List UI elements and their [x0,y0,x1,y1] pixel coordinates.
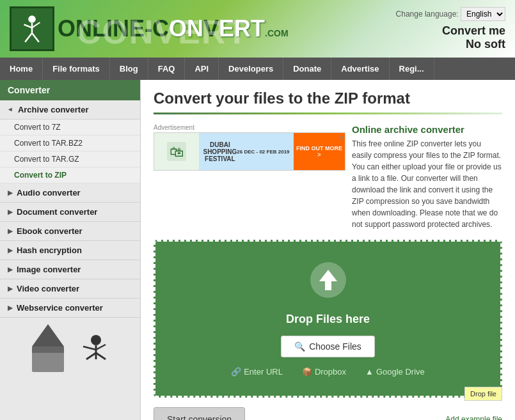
ad-area: Advertisement 🛍 DUBAISHOPPINGFESTIVAL 26… [154,124,502,230]
sidebar: Converter ▼ Archive converter Convert to… [0,80,141,420]
dropbox-link[interactable]: 📦 Dropbox [302,367,346,377]
svg-line-4 [24,24,33,27]
converter-description: This free online ZIP converter lets you … [352,138,502,230]
svg-line-3 [32,33,39,42]
svg-line-2 [25,33,32,42]
svg-marker-8 [32,324,64,346]
page-title: Convert your files to the ZIP format [154,89,502,107]
sidebar-hash-label: Hash encryption [17,245,82,255]
sidebar-section-header-webservice[interactable]: ▶ Webservice converter [0,299,140,318]
main-content: Convert your files to the ZIP format Adv… [141,80,515,420]
svg-text:🛍: 🛍 [170,144,184,160]
nav-blog[interactable]: Blog [110,58,148,80]
svg-rect-6 [32,350,64,372]
arrow-icon-webservice: ▶ [8,304,13,311]
drop-file-tooltip: Drop file [464,387,502,401]
sidebar-image-label: Image converter [17,265,81,274]
svg-line-13 [83,346,96,350]
sidebar-ebook-label: Ebook converter [17,226,83,236]
language-select[interactable]: English [461,7,505,21]
arrow-icon: ▼ [7,107,14,113]
description-area: Online archive converter This free onlin… [352,124,502,230]
drop-zone-wrapper: Drop Files here 🔍 Choose Files 🔗 Enter U… [154,240,502,398]
svg-point-0 [28,15,36,23]
sidebar-item-zip[interactable]: Convert to ZIP [0,167,140,183]
sidebar-section-header-archive[interactable]: ▼ Archive converter [0,100,140,120]
main-layout: Converter ▼ Archive converter Convert to… [0,80,515,420]
ad-label: Advertisement [154,124,345,131]
nav-file-formats[interactable]: File formats [43,58,110,80]
dropbox-icon: 📦 [302,367,312,377]
nav-faq[interactable]: FAQ [148,58,186,80]
arrow-icon-audio: ▶ [8,189,13,196]
ad-close-icon[interactable]: ✕ [338,134,344,141]
drop-links: 🔗 Enter URL 📦 Dropbox ▲ Google Drive [168,367,487,377]
logo-icon [10,6,54,51]
logo-area: ONLINE-C ON V ERT .COM [10,6,289,51]
google-drive-icon: ▲ [365,367,374,377]
tagline: Convert me No soft [396,24,505,51]
ad-mid: DUBAISHOPPINGFESTIVAL 26 DEC - 02 FEB 20… [199,133,294,170]
svg-line-5 [32,22,40,27]
nav-home[interactable]: Home [0,58,43,80]
arrow-icon-image: ▶ [8,266,13,273]
arrow-icon-video: ▶ [8,285,13,292]
ad-banner: 🛍 DUBAISHOPPINGFESTIVAL 26 DEC - 02 FEB … [154,132,345,171]
drop-text: Drop Files here [168,313,487,326]
upload-icon [168,261,487,306]
sidebar-section-header-audio[interactable]: ▶ Audio converter [0,183,140,203]
sidebar-section-header-hash[interactable]: ▶ Hash encryption [0,241,140,260]
sidebar-section-header-ebook[interactable]: ▶ Ebook converter [0,222,140,241]
arrow-icon-document: ▶ [8,208,13,215]
sidebar-item-tarbz2[interactable]: Convert to TAR.BZ2 [0,136,140,152]
enter-url-link[interactable]: 🔗 Enter URL [231,367,283,377]
add-example-link[interactable]: Add example file [445,415,502,420]
sidebar-archive-sub: Convert to 7Z Convert to TAR.BZ2 Convert… [0,120,140,183]
google-drive-link[interactable]: ▲ Google Drive [365,367,425,377]
choose-files-button[interactable]: 🔍 Choose Files [281,336,375,357]
svg-line-14 [96,345,106,350]
header: CONVERT ONLINE-C ON V ERT .COM Change la… [0,0,515,58]
logo-com: .COM [265,28,289,38]
svg-line-11 [86,353,96,359]
sidebar-title: Converter [0,80,140,100]
sidebar-audio-label: Audio converter [17,188,81,198]
green-divider [154,113,502,114]
nav-advertise[interactable]: Advertise [331,58,389,80]
bottom-bar: Start conversion Add example file [154,407,502,420]
ad-left: 🛍 [154,133,199,170]
sidebar-item-7z[interactable]: Convert to 7Z [0,120,140,136]
nav-donate[interactable]: Donate [283,58,331,80]
start-conversion-button[interactable]: Start conversion [154,407,245,420]
sidebar-section-header-image[interactable]: ▶ Image converter [0,260,140,279]
sidebar-item-targz[interactable]: Convert to TAR.GZ [0,152,140,167]
converter-subtitle: Online archive converter [352,124,502,135]
search-icon: 🔍 [294,341,305,352]
sidebar-section-header-video[interactable]: ▶ Video converter [0,279,140,299]
sidebar-webservice-label: Webservice converter [17,303,103,313]
sidebar-section-header-document[interactable]: ▶ Document converter [0,203,140,222]
main-nav: Home File formats Blog FAQ API Developer… [0,58,515,80]
sidebar-archive-label: Archive converter [18,105,89,114]
nav-register[interactable]: Regi... [390,58,434,80]
drop-zone[interactable]: Drop Files here 🔍 Choose Files 🔗 Enter U… [154,240,502,398]
arrow-icon-hash: ▶ [8,247,13,254]
language-selector-area: Change language: English [396,7,505,21]
ad-right[interactable]: FIND OUT MORE > [294,133,345,170]
sidebar-document-label: Document converter [17,207,97,217]
link-icon: 🔗 [231,367,241,377]
arrow-icon-ebook: ▶ [8,228,13,235]
svg-point-9 [91,335,101,345]
sidebar-illustration [0,324,140,377]
svg-rect-7 [32,346,64,353]
nav-developers[interactable]: Developers [219,58,283,80]
logo-text: ONLINE-C ON V ERT .COM [58,15,289,42]
sidebar-section-archive: ▼ Archive converter Convert to 7Z Conver… [0,100,140,183]
nav-api[interactable]: API [185,58,219,80]
header-right: Change language: English Convert me No s… [396,7,505,51]
sidebar-video-label: Video converter [17,284,79,293]
lang-label: Change language: [396,10,459,19]
svg-line-12 [96,353,106,359]
